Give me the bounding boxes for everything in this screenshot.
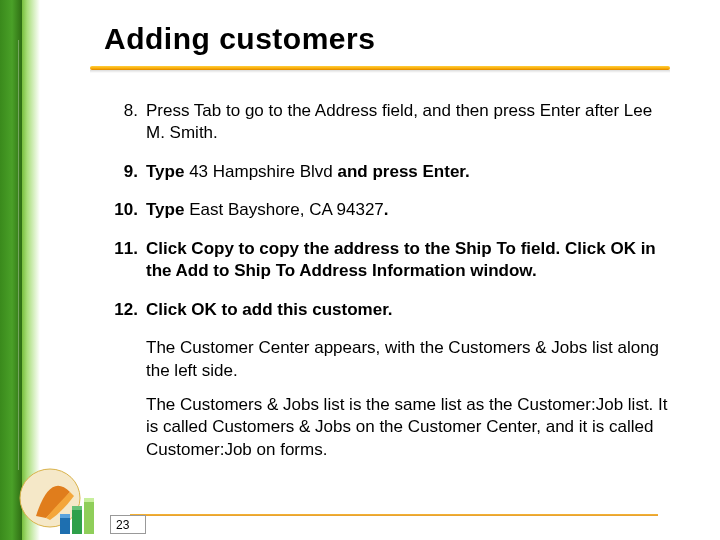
svg-rect-3 [84,498,94,534]
followup-paragraph: The Customers & Jobs list is the same li… [146,394,668,461]
instruction-item: Type East Bayshore, CA 94327. [108,199,668,221]
instruction-text: 43 Hampshire Blvd [189,162,333,181]
instruction-text: East Bayshore, CA 94327 [189,200,384,219]
content-area: Press Tab to go to the Address field, an… [108,100,668,461]
decorative-corner-icon [16,458,102,536]
instruction-text: Type [146,200,189,219]
instruction-item: Click OK to add this customer. [108,299,668,321]
instruction-list: Press Tab to go to the Address field, an… [108,100,668,321]
followup-paragraph: The Customer Center appears, with the Cu… [146,337,668,382]
svg-rect-5 [72,506,82,510]
instruction-text: and press Enter. [333,162,470,181]
instruction-text: Click OK to add this customer. [146,300,393,319]
bottom-divider [130,514,658,516]
title-underline [90,66,670,72]
instruction-text: Click Copy to copy the address to the Sh… [146,239,656,280]
instruction-text: . [384,200,389,219]
svg-rect-6 [84,498,94,502]
instruction-text: Press Tab to go to the Address field, an… [146,101,652,142]
page-number: 23 [110,515,146,534]
instruction-text: Type [146,162,189,181]
instruction-item: Click Copy to copy the address to the Sh… [108,238,668,283]
svg-rect-2 [72,506,82,534]
instruction-item: Type 43 Hampshire Blvd and press Enter. [108,161,668,183]
svg-rect-4 [60,514,70,518]
instruction-item: Press Tab to go to the Address field, an… [108,100,668,145]
slide: Adding customers Press Tab to go to the … [0,0,720,540]
page-title: Adding customers [104,22,375,56]
